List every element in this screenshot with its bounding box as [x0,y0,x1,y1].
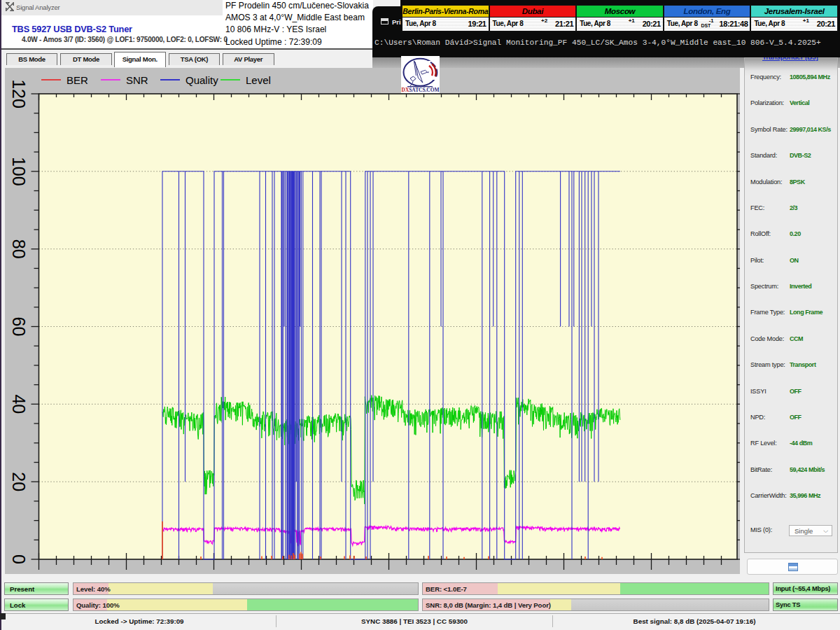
svg-text:Level: Level [246,74,271,86]
svg-text:100: 100 [9,157,29,186]
svg-text:60: 60 [9,317,29,337]
svg-text:SNR: SNR [126,74,148,86]
svg-text:120: 120 [9,79,29,108]
svg-text:BER: BER [66,74,88,86]
svg-text:20: 20 [9,472,29,491]
svg-text:0: 0 [9,554,29,564]
svg-text:40: 40 [9,394,29,414]
svg-text:80: 80 [9,239,29,259]
svg-text:Quality: Quality [186,74,218,86]
svg-text:DXSATCS.COM: DXSATCS.COM [402,87,440,93]
